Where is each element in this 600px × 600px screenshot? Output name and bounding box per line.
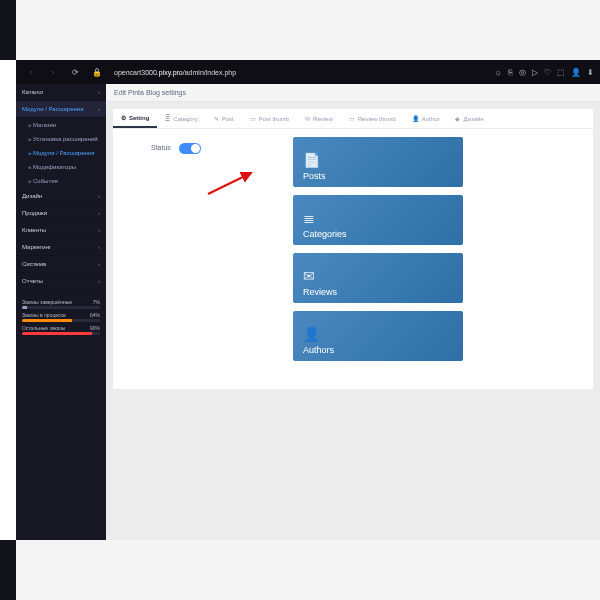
ext-icon[interactable]: ⎘ [508, 68, 513, 77]
tab-icon: ≣ [165, 115, 170, 122]
card-label: Authors [303, 345, 453, 355]
sidebar-subitem[interactable]: » Магазин [16, 118, 106, 132]
url-path: /admin/index.php [183, 69, 236, 76]
stat-label: Заказы в процессе [22, 312, 66, 318]
chevron-right-icon: › [98, 210, 100, 216]
stat-value: 64% [90, 312, 100, 318]
sidebar-group[interactable]: Каталог› [16, 84, 106, 101]
window-frame: ‹ › ⟳ 🔒 opencart3000.pixy.pro/admin/inde… [0, 60, 600, 540]
card-label: Reviews [303, 287, 453, 297]
card-label: Posts [303, 171, 453, 181]
url-host: pixy.pro [159, 69, 183, 76]
sidebar-group[interactable]: Маркетинг› [16, 239, 106, 256]
sidebar-group[interactable]: Клиенты› [16, 222, 106, 239]
tab-post[interactable]: ✎Post [206, 109, 242, 128]
chevron-right-icon: › [98, 261, 100, 267]
stat-label: Остальные заказы [22, 325, 65, 331]
tab-category[interactable]: ≣Category [157, 109, 205, 128]
tab-review-thumb[interactable]: ▭Review thumb [341, 109, 404, 128]
download-icon[interactable]: ⬇ [587, 68, 594, 77]
tab-icon: ⚙ [121, 114, 126, 121]
sidebar-stats: Заказы завершённые7% Заказы в процессе64… [16, 290, 106, 341]
content-area: Edit Pinta Blog settings ⚙Setting≣Catego… [106, 84, 600, 540]
card-label: Categories [303, 229, 453, 239]
sidebar-subitem[interactable]: » Модули / Расширения [16, 146, 106, 160]
stat-value: 7% [93, 299, 100, 305]
admin-sidebar: Каталог›Модули / Расширения›» Магазин» У… [16, 84, 106, 540]
tab-icon: ▭ [349, 115, 355, 122]
card-icon: 📄 [303, 153, 453, 167]
tab-icon: ▭ [250, 115, 256, 122]
chevron-right-icon: › [98, 193, 100, 199]
sidebar-group[interactable]: Отчеты› [16, 273, 106, 290]
page-title: Edit Pinta Blog settings [106, 84, 600, 102]
card-icon: ✉ [303, 269, 453, 283]
url-prefix: opencart3000. [114, 69, 159, 76]
stat-bar [22, 319, 100, 322]
tab-icon: ✎ [214, 115, 219, 122]
tab-setting[interactable]: ⚙Setting [113, 109, 157, 128]
sidebar-group[interactable]: Система› [16, 256, 106, 273]
tab-author[interactable]: 👤Author [404, 109, 448, 128]
chevron-right-icon: › [98, 244, 100, 250]
lock-icon: 🔒 [90, 65, 104, 79]
nav-reload-button[interactable]: ⟳ [68, 65, 82, 79]
stat-bar [22, 332, 100, 335]
status-toggle[interactable] [179, 143, 201, 154]
tab-review[interactable]: ✉Review [297, 109, 341, 128]
card-reviews[interactable]: ✉Reviews [293, 253, 463, 303]
sidebar-subitem[interactable]: » Установка расширений [16, 132, 106, 146]
card-authors[interactable]: 👤Authors [293, 311, 463, 361]
stat-value: 90% [90, 325, 100, 331]
address-bar[interactable]: opencart3000.pixy.pro/admin/index.php [114, 69, 495, 76]
sidebar-group[interactable]: Продажи› [16, 205, 106, 222]
stat-bar [22, 306, 100, 309]
tab-дизайн[interactable]: ◆Дизайн [447, 109, 491, 128]
user-icon[interactable]: 👤 [571, 68, 581, 77]
tab-post-thumb[interactable]: ▭Post thumb [242, 109, 297, 128]
ext-icon[interactable]: ⬚ [557, 68, 565, 77]
card-categories[interactable]: ≣Categories [293, 195, 463, 245]
panel-body: Status 📄Posts≣Categories✉Reviews👤Authors [113, 129, 593, 389]
chevron-right-icon: › [98, 106, 100, 112]
sidebar-subitem[interactable]: » События [16, 174, 106, 188]
chevron-right-icon: › [98, 89, 100, 95]
tab-icon: ◆ [455, 115, 460, 122]
ext-icon[interactable]: ◎ [519, 68, 526, 77]
ext-icon[interactable]: ☼ [495, 68, 502, 77]
card-icon: ≣ [303, 211, 453, 225]
chevron-right-icon: › [98, 227, 100, 233]
card-icon: 👤 [303, 327, 453, 341]
status-label: Status [151, 144, 171, 151]
heart-icon[interactable]: ♡ [544, 68, 551, 77]
nav-forward-button[interactable]: › [46, 65, 60, 79]
toolbar-right: ☼ ⎘ ◎ ▷ ♡ ⬚ 👤 ⬇ [495, 68, 600, 77]
cards-column: 📄Posts≣Categories✉Reviews👤Authors [293, 137, 463, 361]
card-posts[interactable]: 📄Posts [293, 137, 463, 187]
sidebar-subitem[interactable]: » Модификаторы [16, 160, 106, 174]
browser-topbar: ‹ › ⟳ 🔒 opencart3000.pixy.pro/admin/inde… [16, 60, 600, 84]
sidebar-group[interactable]: Дизайн› [16, 188, 106, 205]
chevron-right-icon: › [98, 278, 100, 284]
tab-icon: ✉ [305, 115, 310, 122]
nav-back-button[interactable]: ‹ [24, 65, 38, 79]
stat-label: Заказы завершённые [22, 299, 72, 305]
tabs-row: ⚙Setting≣Category✎Post▭Post thumb✉Review… [113, 109, 593, 129]
ext-icon[interactable]: ▷ [532, 68, 538, 77]
sidebar-group[interactable]: Модули / Расширения› [16, 101, 106, 118]
tab-icon: 👤 [412, 115, 419, 122]
settings-panel: ⚙Setting≣Category✎Post▭Post thumb✉Review… [112, 108, 594, 390]
